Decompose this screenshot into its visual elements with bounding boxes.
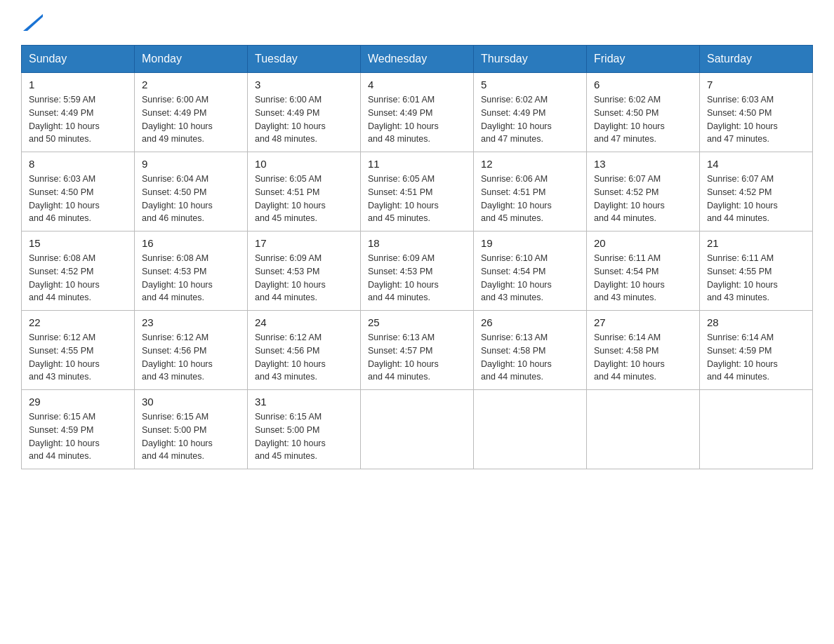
calendar-day-cell: 4Sunrise: 6:01 AMSunset: 4:49 PMDaylight… (361, 73, 474, 152)
calendar-day-cell: 10Sunrise: 6:05 AMSunset: 4:51 PMDayligh… (248, 152, 361, 232)
day-detail: Sunrise: 6:14 AMSunset: 4:58 PMDaylight:… (594, 331, 692, 384)
calendar-day-cell: 20Sunrise: 6:11 AMSunset: 4:54 PMDayligh… (587, 232, 700, 311)
header-day-monday: Monday (135, 46, 248, 73)
day-detail: Sunrise: 6:04 AMSunset: 4:50 PMDaylight:… (142, 173, 240, 225)
calendar-day-cell: 28Sunrise: 6:14 AMSunset: 4:59 PMDayligh… (700, 311, 813, 390)
header-day-wednesday: Wednesday (361, 46, 474, 73)
day-detail: Sunrise: 6:08 AMSunset: 4:53 PMDaylight:… (142, 252, 240, 304)
day-number: 29 (29, 396, 127, 408)
day-detail: Sunrise: 6:07 AMSunset: 4:52 PMDaylight:… (707, 173, 805, 225)
header-day-saturday: Saturday (700, 46, 813, 73)
day-number: 7 (707, 79, 805, 90)
day-number: 12 (481, 158, 579, 170)
day-detail: Sunrise: 6:12 AMSunset: 4:56 PMDaylight:… (142, 331, 240, 384)
day-number: 14 (707, 158, 805, 170)
day-number: 13 (594, 158, 692, 170)
day-detail: Sunrise: 6:12 AMSunset: 4:55 PMDaylight:… (29, 331, 127, 384)
calendar-day-cell: 24Sunrise: 6:12 AMSunset: 4:56 PMDayligh… (248, 311, 361, 390)
day-number: 25 (368, 316, 466, 328)
day-number: 5 (481, 79, 579, 90)
day-number: 20 (594, 237, 692, 249)
calendar-week-row: 1Sunrise: 5:59 AMSunset: 4:49 PMDaylight… (22, 73, 813, 152)
calendar-week-row: 22Sunrise: 6:12 AMSunset: 4:55 PMDayligh… (22, 311, 813, 390)
calendar-day-cell: 2Sunrise: 6:00 AMSunset: 4:49 PMDaylight… (135, 73, 248, 152)
logo (21, 14, 43, 31)
calendar-day-cell: 15Sunrise: 6:08 AMSunset: 4:52 PMDayligh… (22, 232, 135, 311)
day-number: 22 (29, 316, 127, 328)
calendar-day-cell: 30Sunrise: 6:15 AMSunset: 5:00 PMDayligh… (135, 390, 248, 469)
calendar-day-cell: 1Sunrise: 5:59 AMSunset: 4:49 PMDaylight… (22, 73, 135, 152)
day-detail: Sunrise: 6:15 AMSunset: 4:59 PMDaylight:… (29, 410, 127, 463)
day-number: 31 (255, 396, 353, 408)
day-number: 30 (142, 396, 240, 408)
day-detail: Sunrise: 6:13 AMSunset: 4:58 PMDaylight:… (481, 331, 579, 384)
header-day-sunday: Sunday (22, 46, 135, 73)
calendar-day-cell: 9Sunrise: 6:04 AMSunset: 4:50 PMDaylight… (135, 152, 248, 232)
day-number: 26 (481, 316, 579, 328)
day-number: 9 (142, 158, 240, 170)
calendar-day-cell: 11Sunrise: 6:05 AMSunset: 4:51 PMDayligh… (361, 152, 474, 232)
calendar-day-cell: 12Sunrise: 6:06 AMSunset: 4:51 PMDayligh… (474, 152, 587, 232)
day-number: 1 (29, 79, 127, 90)
calendar-day-cell: 31Sunrise: 6:15 AMSunset: 5:00 PMDayligh… (248, 390, 361, 469)
day-detail: Sunrise: 6:13 AMSunset: 4:57 PMDaylight:… (368, 331, 466, 384)
calendar-day-cell: 13Sunrise: 6:07 AMSunset: 4:52 PMDayligh… (587, 152, 700, 232)
day-detail: Sunrise: 6:12 AMSunset: 4:56 PMDaylight:… (255, 331, 353, 384)
calendar-week-row: 15Sunrise: 6:08 AMSunset: 4:52 PMDayligh… (22, 232, 813, 311)
day-detail: Sunrise: 6:02 AMSunset: 4:50 PMDaylight:… (594, 93, 692, 146)
day-detail: Sunrise: 6:07 AMSunset: 4:52 PMDaylight:… (594, 173, 692, 225)
calendar-day-cell: 21Sunrise: 6:11 AMSunset: 4:55 PMDayligh… (700, 232, 813, 311)
day-number: 16 (142, 237, 240, 249)
calendar-day-cell: 14Sunrise: 6:07 AMSunset: 4:52 PMDayligh… (700, 152, 813, 232)
day-detail: Sunrise: 6:11 AMSunset: 4:54 PMDaylight:… (594, 252, 692, 304)
calendar-day-cell: 29Sunrise: 6:15 AMSunset: 4:59 PMDayligh… (22, 390, 135, 469)
day-detail: Sunrise: 6:14 AMSunset: 4:59 PMDaylight:… (707, 331, 805, 384)
day-number: 10 (255, 158, 353, 170)
day-number: 17 (255, 237, 353, 249)
day-number: 24 (255, 316, 353, 328)
day-number: 15 (29, 237, 127, 249)
day-number: 11 (368, 158, 466, 170)
calendar-day-cell: 22Sunrise: 6:12 AMSunset: 4:55 PMDayligh… (22, 311, 135, 390)
calendar-day-cell (700, 390, 813, 469)
day-detail: Sunrise: 6:09 AMSunset: 4:53 PMDaylight:… (368, 252, 466, 304)
svg-marker-1 (27, 17, 43, 31)
calendar-day-cell: 25Sunrise: 6:13 AMSunset: 4:57 PMDayligh… (361, 311, 474, 390)
page-header (21, 14, 813, 31)
day-detail: Sunrise: 6:03 AMSunset: 4:50 PMDaylight:… (707, 93, 805, 146)
calendar-header-row: SundayMondayTuesdayWednesdayThursdayFrid… (22, 46, 813, 73)
day-number: 6 (594, 79, 692, 90)
calendar-day-cell: 23Sunrise: 6:12 AMSunset: 4:56 PMDayligh… (135, 311, 248, 390)
day-number: 23 (142, 316, 240, 328)
day-detail: Sunrise: 6:00 AMSunset: 4:49 PMDaylight:… (255, 93, 353, 146)
calendar-day-cell: 17Sunrise: 6:09 AMSunset: 4:53 PMDayligh… (248, 232, 361, 311)
day-number: 18 (368, 237, 466, 249)
calendar-week-row: 8Sunrise: 6:03 AMSunset: 4:50 PMDaylight… (22, 152, 813, 232)
calendar-day-cell: 5Sunrise: 6:02 AMSunset: 4:49 PMDaylight… (474, 73, 587, 152)
day-detail: Sunrise: 6:11 AMSunset: 4:55 PMDaylight:… (707, 252, 805, 304)
day-number: 27 (594, 316, 692, 328)
logo-triangle-icon (23, 14, 43, 31)
day-number: 8 (29, 158, 127, 170)
day-detail: Sunrise: 6:02 AMSunset: 4:49 PMDaylight:… (481, 93, 579, 146)
day-number: 2 (142, 79, 240, 90)
day-detail: Sunrise: 6:01 AMSunset: 4:49 PMDaylight:… (368, 93, 466, 146)
day-detail: Sunrise: 6:05 AMSunset: 4:51 PMDaylight:… (255, 173, 353, 225)
day-number: 19 (481, 237, 579, 249)
calendar-day-cell: 19Sunrise: 6:10 AMSunset: 4:54 PMDayligh… (474, 232, 587, 311)
calendar-day-cell (361, 390, 474, 469)
calendar-day-cell: 27Sunrise: 6:14 AMSunset: 4:58 PMDayligh… (587, 311, 700, 390)
day-detail: Sunrise: 6:15 AMSunset: 5:00 PMDaylight:… (142, 410, 240, 463)
day-detail: Sunrise: 6:00 AMSunset: 4:49 PMDaylight:… (142, 93, 240, 146)
day-detail: Sunrise: 6:05 AMSunset: 4:51 PMDaylight:… (368, 173, 466, 225)
day-number: 21 (707, 237, 805, 249)
calendar-day-cell: 26Sunrise: 6:13 AMSunset: 4:58 PMDayligh… (474, 311, 587, 390)
calendar-day-cell: 8Sunrise: 6:03 AMSunset: 4:50 PMDaylight… (22, 152, 135, 232)
day-number: 28 (707, 316, 805, 328)
day-detail: Sunrise: 6:10 AMSunset: 4:54 PMDaylight:… (481, 252, 579, 304)
day-detail: Sunrise: 6:03 AMSunset: 4:50 PMDaylight:… (29, 173, 127, 225)
calendar-day-cell: 16Sunrise: 6:08 AMSunset: 4:53 PMDayligh… (135, 232, 248, 311)
header-day-friday: Friday (587, 46, 700, 73)
day-detail: Sunrise: 6:08 AMSunset: 4:52 PMDaylight:… (29, 252, 127, 304)
day-detail: Sunrise: 5:59 AMSunset: 4:49 PMDaylight:… (29, 93, 127, 146)
